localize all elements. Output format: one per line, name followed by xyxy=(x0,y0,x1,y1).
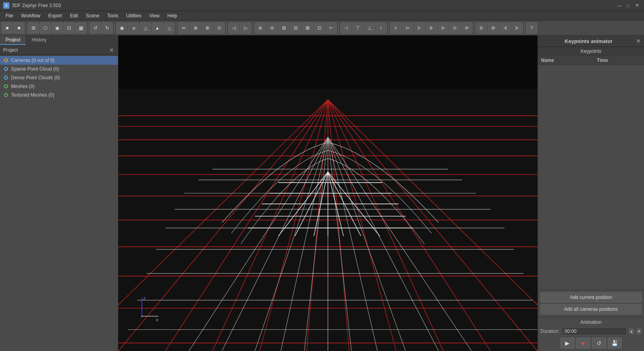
menu-item-workflow[interactable]: Workflow xyxy=(17,11,44,20)
svg-text:x: x xyxy=(156,317,159,323)
main-layout: ProjectHistory Project ✕ Cameras (0 out … xyxy=(0,35,644,351)
toolbar-separator-11 xyxy=(114,23,115,33)
align-btn[interactable]: ⊣ xyxy=(340,22,351,34)
menu-item-utilities[interactable]: Utilities xyxy=(122,11,146,20)
project-tree: Cameras (0 out of 0)Sparse Point Cloud (… xyxy=(0,55,118,351)
measure-btn[interactable]: △ xyxy=(164,22,175,34)
add-current-position-button[interactable]: Add current position xyxy=(540,292,642,302)
save-animation-button[interactable]: 💾 xyxy=(608,338,622,349)
duration-input[interactable] xyxy=(562,327,627,335)
title-bar-left: Z 3DF Zephyr Free 3.503 xyxy=(3,2,61,9)
duration-spinner-up[interactable]: ▲ xyxy=(629,329,634,334)
camera-btn[interactable]: ⊬ xyxy=(450,22,461,34)
menu-item-scene[interactable]: Scene xyxy=(82,11,103,20)
toolbar-separator-17 xyxy=(176,23,177,33)
tree-item-sparse[interactable]: Sparse Point Cloud (0) xyxy=(0,65,118,73)
viewport-btn3[interactable]: ◉ xyxy=(52,22,63,34)
menu-item-tools[interactable]: Tools xyxy=(103,11,122,20)
texture-btn[interactable]: ⊞ xyxy=(278,22,289,34)
right-panel-close-icon[interactable]: ✕ xyxy=(636,38,641,44)
menu-item-help[interactable]: Help xyxy=(163,11,181,20)
remove-btn[interactable]: ⊗ xyxy=(202,22,213,34)
view-top-btn[interactable]: ⊧ xyxy=(390,22,401,34)
rotate-btn[interactable]: △ xyxy=(140,22,151,34)
project-header: Project ✕ xyxy=(0,45,118,55)
title-bar: Z 3DF Zephyr Free 3.503 — □ ✕ xyxy=(0,0,644,11)
duration-row: Duration: ▲ ▼ xyxy=(540,327,642,335)
section-btn[interactable]: ⊡ xyxy=(314,22,325,34)
cloud-icon xyxy=(3,66,9,72)
cloud-icon xyxy=(3,75,9,80)
light-btn[interactable]: ⊮ xyxy=(476,22,487,34)
keypoints-col-name: Name xyxy=(538,56,594,65)
menu-item-view[interactable]: View xyxy=(146,11,164,20)
animation-label: Animation xyxy=(540,319,642,325)
menu-item-edit[interactable]: Edit xyxy=(66,11,82,20)
open-btn[interactable]: ■ xyxy=(13,22,24,34)
prev-btn[interactable]: ◁ xyxy=(228,22,239,34)
point-cloud-btn[interactable]: ⊜ xyxy=(255,22,266,34)
zoom-btn[interactable]: ⌀ xyxy=(128,22,139,34)
viewport-btn1[interactable]: ⊞ xyxy=(28,22,39,34)
view-front-btn[interactable]: ⊨ xyxy=(402,22,413,34)
mesh-icon xyxy=(3,84,9,89)
add-all-cameras-positions-button[interactable]: Add all cameras positions xyxy=(540,304,642,314)
loop-button[interactable]: ↺ xyxy=(592,338,606,349)
viewport-btn2[interactable]: ⬡ xyxy=(40,22,51,34)
pan-btn[interactable]: ▲ xyxy=(152,22,163,34)
tree-item-cameras[interactable]: Cameras (0 out of 0) xyxy=(0,56,118,65)
record-button[interactable]: ● xyxy=(576,338,590,349)
tree-item-label-dense: Dense Point Clouds (0) xyxy=(11,75,60,80)
material-btn[interactable]: ⊱ xyxy=(511,22,523,34)
view-side-btn[interactable]: ⊩ xyxy=(414,22,425,34)
toolbar-separator-33 xyxy=(338,23,339,33)
minimize-button[interactable]: — xyxy=(616,2,623,9)
viewport-grid: z x xyxy=(118,35,538,351)
panel-tab-project[interactable]: Project xyxy=(0,35,26,45)
project-close-icon[interactable]: ✕ xyxy=(108,47,115,53)
navigate-btn[interactable]: ◉ xyxy=(116,22,127,34)
duration-spinner-down[interactable]: ▼ xyxy=(637,329,642,334)
filter-btn[interactable]: ⊙ xyxy=(214,22,225,34)
menu-item-file[interactable]: File xyxy=(2,11,17,20)
tree-item-meshes[interactable]: Meshes (0) xyxy=(0,82,118,91)
new-btn[interactable]: ■ xyxy=(2,22,13,34)
menu-item-export[interactable]: Export xyxy=(44,11,66,20)
viewport[interactable]: z x xyxy=(118,35,538,351)
keypoints-table: Name Time xyxy=(538,56,644,65)
tree-item-label-cameras: Cameras (0 out of 0) xyxy=(11,58,54,63)
undo-btn[interactable]: ↺ xyxy=(90,22,101,34)
next-btn[interactable]: ▷ xyxy=(240,22,251,34)
shadow-btn[interactable]: ⊯ xyxy=(488,22,499,34)
wireframe-btn[interactable]: ⊰ xyxy=(500,22,511,34)
close-button[interactable]: ✕ xyxy=(633,2,641,9)
mesh-btn[interactable]: ⊝ xyxy=(267,22,278,34)
redo-btn[interactable]: ↻ xyxy=(102,22,113,34)
view-ortho-btn[interactable]: ⊫ xyxy=(438,22,449,34)
viewport-btn4[interactable]: ⊡ xyxy=(63,22,75,34)
add-btn[interactable]: ⊕ xyxy=(190,22,201,34)
annotation-btn[interactable]: ⊠ xyxy=(302,22,313,34)
scale-btn[interactable]: ⊤ xyxy=(352,22,363,34)
georef-btn[interactable]: ⊥ xyxy=(364,22,375,34)
toolbar-separator-2 xyxy=(26,23,26,33)
toolbar-separator-51 xyxy=(524,23,525,33)
panel-tab-history[interactable]: History xyxy=(26,35,52,45)
select-btn[interactable]: ✏ xyxy=(178,22,189,34)
right-bottom-actions: Add current position Add all cameras pos… xyxy=(538,289,644,317)
toolbar-separator-8 xyxy=(88,23,88,33)
viewport-btn5[interactable]: ▦ xyxy=(75,22,86,34)
color-btn[interactable]: ⊟ xyxy=(290,22,301,34)
tree-item-dense[interactable]: Dense Point Clouds (0) xyxy=(0,73,118,82)
play-button[interactable]: ▶ xyxy=(560,338,575,349)
window-controls: — □ ✕ xyxy=(616,2,641,9)
constraint-btn[interactable]: ⊦ xyxy=(376,22,387,34)
help-btn[interactable]: ? xyxy=(526,22,537,34)
view-perspective-btn[interactable]: ⊪ xyxy=(426,22,437,34)
maximize-button[interactable]: □ xyxy=(624,2,632,9)
app-icon: Z xyxy=(3,2,9,9)
toolbar-separator-38 xyxy=(388,23,389,33)
export-btn[interactable]: ⊢ xyxy=(326,22,337,34)
fly-btn[interactable]: ⊭ xyxy=(461,22,472,34)
tree-item-textured[interactable]: Textured Meshes (0) xyxy=(0,91,118,99)
